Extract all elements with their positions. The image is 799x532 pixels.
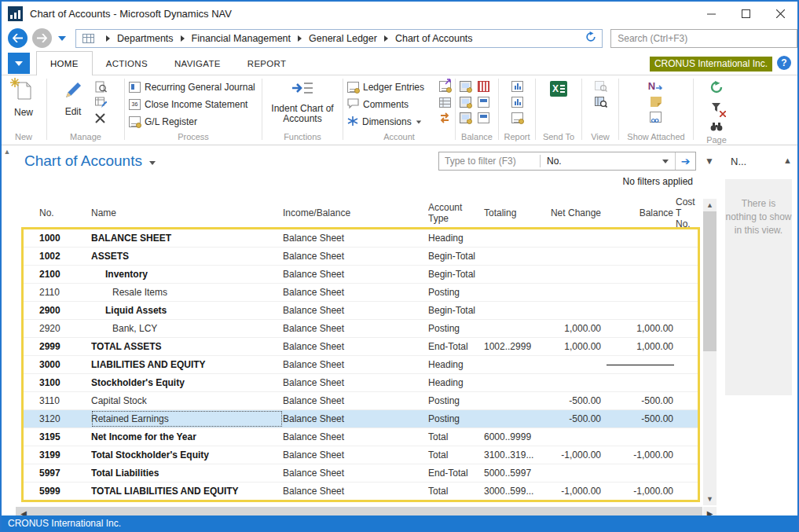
table-row[interactable]: 3100Stockholder's EquityBalance SheetHea… xyxy=(24,374,698,392)
apply-filter-button[interactable]: ➔ xyxy=(675,152,695,170)
indent-chart-of-accounts-button[interactable]: Indent Chart of Accounts xyxy=(266,78,339,124)
list-view-icon[interactable] xyxy=(439,97,451,108)
table-row[interactable]: 2110Resale ItemsBalance SheetPosting xyxy=(24,284,698,302)
table-row[interactable]: 1000BALANCE SHEETBalance SheetHeading xyxy=(24,229,698,248)
scroll-down-icon[interactable]: ▼ xyxy=(703,493,717,505)
ledger-entries-open-icon[interactable] xyxy=(439,81,451,92)
table-row[interactable]: 2920Bank, LCYBalance SheetPosting1,000.0… xyxy=(24,320,698,338)
cell-name: TOTAL LIABILITIES AND EQUITY xyxy=(91,482,283,500)
cell-name: ASSETS xyxy=(91,248,283,265)
total-underline xyxy=(607,365,674,365)
address-bar[interactable]: Departments Financial Management General… xyxy=(75,29,603,48)
clear-filter-icon[interactable] xyxy=(712,101,722,116)
column-header[interactable]: Cost T No. xyxy=(676,196,698,229)
table-row[interactable]: 5999TOTAL LIABILITIES AND EQUITYBalance … xyxy=(24,482,698,501)
application-menu-button[interactable] xyxy=(8,53,30,74)
table-row[interactable]: 3199Total Stockholder's EquityBalance Sh… xyxy=(24,446,698,464)
balance-overview-icon[interactable] xyxy=(460,81,471,92)
preview-icon[interactable] xyxy=(595,97,607,108)
swap-arrows-icon[interactable] xyxy=(439,112,451,123)
filter-pane-chevron-icon[interactable]: ▼ xyxy=(705,156,714,167)
balance-table-icon[interactable] xyxy=(478,97,489,108)
tab-home[interactable]: HOME xyxy=(36,51,93,75)
balance-calendar-icon[interactable] xyxy=(478,81,489,92)
back-button[interactable] xyxy=(8,28,27,48)
column-header[interactable]: No. xyxy=(24,207,91,218)
balance-dim-overview-icon[interactable] xyxy=(460,97,471,108)
refresh-page-icon[interactable] xyxy=(710,81,723,97)
cell-net-change: -500.00 xyxy=(534,392,603,409)
new-button[interactable]: New xyxy=(5,78,42,118)
edit-button[interactable]: Edit xyxy=(51,78,95,117)
cell-no: 3110 xyxy=(24,392,91,409)
table-row[interactable]: 3000LIABILITIES AND EQUITYBalance SheetH… xyxy=(24,356,698,374)
delete-icon[interactable] xyxy=(95,112,107,123)
cell-income-balance: Balance Sheet xyxy=(283,410,428,427)
dimensions-button[interactable]: Dimensions xyxy=(347,116,439,128)
tab-actions[interactable]: ACTIONS xyxy=(93,51,161,75)
cell-net-change xyxy=(534,229,603,247)
column-header[interactable]: Income/Balance xyxy=(283,207,428,218)
history-dropdown-icon[interactable] xyxy=(58,36,66,41)
view-page-icon[interactable] xyxy=(595,81,607,92)
recurring-general-journal-button[interactable]: Recurring General Journal xyxy=(129,81,255,94)
tab-navigate[interactable]: NAVIGATE xyxy=(161,51,234,75)
factbox-collapse-icon[interactable]: ▲ xyxy=(783,156,792,167)
maximize-button[interactable] xyxy=(728,2,763,25)
table-row[interactable]: 3110Capital StockBalance SheetPosting-50… xyxy=(24,392,698,410)
column-header[interactable]: Totaling xyxy=(481,207,534,218)
find-binoculars-icon[interactable] xyxy=(710,120,723,134)
filter-box[interactable]: No. ➔ xyxy=(438,152,696,171)
report-chart2-icon[interactable] xyxy=(511,97,523,108)
breadcrumb-financial-management[interactable]: Financial Management xyxy=(192,33,291,44)
breadcrumb-general-ledger[interactable]: General Ledger xyxy=(309,33,377,44)
report-chart-icon[interactable] xyxy=(511,81,523,92)
excel-icon[interactable]: X xyxy=(550,81,567,97)
edit-list-icon[interactable] xyxy=(95,97,107,108)
onenote-icon[interactable]: N xyxy=(648,81,664,92)
comments-button[interactable]: Comments xyxy=(347,98,439,111)
view-record-icon[interactable] xyxy=(95,81,107,92)
column-header[interactable]: Balance xyxy=(603,207,676,218)
table-row[interactable]: 2999TOTAL ASSETSBalance SheetEnd-Total10… xyxy=(24,338,698,356)
gl-register-button[interactable]: G/L Register xyxy=(129,116,255,128)
vertical-scrollbar[interactable]: ▲ ▼ xyxy=(703,199,717,505)
breadcrumb-chart-of-accounts[interactable]: Chart of Accounts xyxy=(395,33,473,44)
ribbon-group-new: New New xyxy=(2,75,46,145)
note-icon[interactable] xyxy=(651,97,662,107)
refresh-icon[interactable] xyxy=(585,31,596,46)
table-row[interactable]: 2100InventoryBalance SheetBegin-Total xyxy=(24,266,698,284)
calendar-36-icon: 36 xyxy=(129,99,141,110)
balance-period-icon[interactable] xyxy=(460,112,471,123)
cell-totaling xyxy=(481,284,534,301)
filter-field-select[interactable]: No. xyxy=(541,156,675,167)
pane-collapse-icon[interactable]: ▲ xyxy=(2,148,12,159)
report-ledger-icon[interactable] xyxy=(511,112,523,123)
column-header[interactable]: Name xyxy=(91,207,283,218)
close-income-statement-button[interactable]: 36 Close Income Statement xyxy=(129,98,255,111)
table-row[interactable]: 1002ASSETSBalance SheetBegin-Total xyxy=(24,248,698,266)
column-header[interactable]: Net Change xyxy=(534,207,603,218)
table-row[interactable]: 3120Retained EarningsBalance SheetPostin… xyxy=(24,410,698,428)
column-header[interactable]: Account Type xyxy=(428,202,481,224)
scroll-up-icon[interactable]: ▲ xyxy=(703,199,717,211)
minimize-button[interactable] xyxy=(694,2,728,25)
vertical-scroll-thumb[interactable] xyxy=(703,211,717,351)
tab-report[interactable]: REPORT xyxy=(234,51,300,75)
forward-button[interactable] xyxy=(32,28,52,48)
ledger-entries-button[interactable]: Ledger Entries xyxy=(347,81,439,94)
table-row[interactable]: 5997Total LiabilitiesBalance SheetEnd-To… xyxy=(24,464,698,482)
cell-balance xyxy=(603,356,676,373)
search-input[interactable] xyxy=(611,30,797,47)
balance-dim-table-icon[interactable] xyxy=(478,112,489,123)
cell-totaling: 1002..2999 xyxy=(481,338,534,355)
breadcrumb-departments[interactable]: Departments xyxy=(117,33,174,44)
help-button[interactable]: ? xyxy=(777,56,791,70)
search-box[interactable] xyxy=(610,29,797,48)
page-title-dropdown-icon[interactable] xyxy=(149,161,156,165)
links-icon[interactable] xyxy=(650,112,662,123)
close-button[interactable] xyxy=(763,2,797,25)
table-row[interactable]: 3195Net Income for the YearBalance Sheet… xyxy=(24,428,698,446)
filter-input[interactable] xyxy=(439,152,540,170)
table-row[interactable]: 2900Liquid AssetsBalance SheetBegin-Tota… xyxy=(24,302,698,320)
